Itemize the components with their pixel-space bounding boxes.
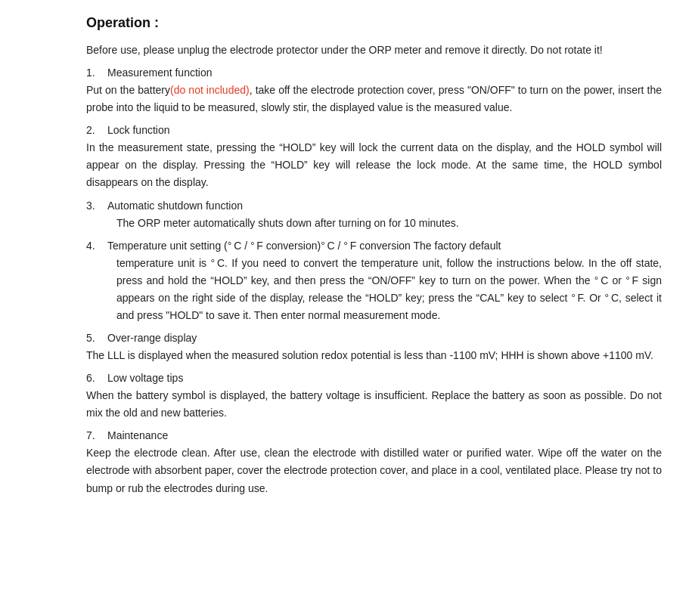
section-4-title: Temperature unit setting (° C / ° F conv…	[107, 240, 501, 252]
section-1-title: Measurement function	[107, 67, 213, 79]
section-2-number: 2.	[86, 124, 107, 136]
section-1-number: 1.	[86, 67, 107, 79]
section-2: 2. Lock function In the measurement stat…	[86, 124, 662, 191]
section-7-title: Maintenance	[107, 429, 168, 441]
section-5-body: The LLL is displayed when the measured s…	[86, 347, 662, 364]
section-7-body: Keep the electrode clean. After use, cle…	[86, 444, 662, 497]
section-1-red: (do not included)	[170, 84, 250, 96]
section-7-number: 7.	[86, 429, 107, 441]
section-4-number: 4.	[86, 240, 107, 252]
section-3-number: 3.	[86, 200, 107, 212]
section-1-text-1: Put on the battery	[86, 84, 170, 96]
section-1: 1. Measurement function Put on the batte…	[86, 67, 662, 116]
section-6-number: 6.	[86, 372, 107, 384]
section-5-number: 5.	[86, 332, 107, 344]
section-6-body: When the battery symbol is displayed, th…	[86, 387, 662, 422]
section-1-body: Put on the battery(do not included), tak…	[86, 82, 662, 116]
section-2-title: Lock function	[107, 124, 170, 136]
section-7: 7. Maintenance Keep the electrode clean.…	[86, 429, 662, 497]
intro-text: Before use, please unplug the electrode …	[86, 42, 662, 59]
section-2-body: In the measurement state, pressing the “…	[86, 139, 662, 191]
section-5-title: Over-range display	[107, 332, 197, 344]
page-title: Operation :	[86, 15, 662, 31]
section-5: 5. Over-range display The LLL is display…	[86, 332, 662, 364]
section-6: 6. Low voltage tips When the battery sym…	[86, 372, 662, 422]
section-3-title: Automatic shutdown function	[107, 200, 243, 212]
section-4: 4. Temperature unit setting (° C / ° F c…	[86, 240, 662, 324]
section-6-title: Low voltage tips	[107, 372, 183, 384]
section-4-body: temperature unit is ° C. If you need to …	[116, 255, 662, 324]
section-3: 3. Automatic shutdown function The ORP m…	[86, 200, 662, 232]
section-3-body: The ORP meter automatically shuts down a…	[116, 215, 662, 232]
